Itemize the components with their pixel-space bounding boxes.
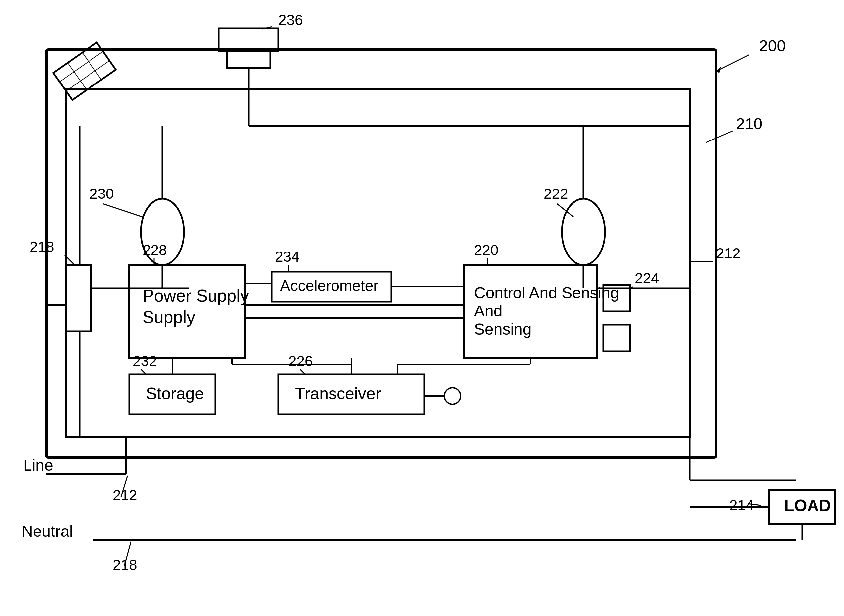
line-label: Line: [23, 456, 53, 474]
ref-214: 214: [729, 497, 753, 513]
ref-228-label: 228: [142, 242, 167, 258]
svg-rect-0: [0, 0, 844, 616]
ref-226-label: 226: [288, 353, 313, 369]
transceiver-text: Transceiver: [295, 384, 381, 403]
ref-222-label: 222: [544, 186, 568, 202]
ref-234-label: 234: [275, 248, 299, 265]
control-sensing-line2: And: [474, 302, 502, 320]
accelerometer-text: Accelerometer: [280, 277, 379, 294]
storage-text: Storage: [146, 384, 204, 403]
control-sensing-line1: Control And Sensing: [474, 284, 619, 302]
ref-230-label: 230: [90, 186, 114, 202]
ref-220-label: 220: [474, 242, 498, 258]
ref-210: 210: [736, 115, 762, 132]
power-supply-line2: Supply: [142, 308, 195, 327]
ref-232-label: 232: [133, 353, 157, 369]
neutral-label: Neutral: [22, 522, 73, 540]
load-text: LOAD: [784, 496, 831, 515]
ref-218-label: 218: [30, 239, 54, 255]
ref-224-label: 224: [635, 270, 659, 286]
ref-212-line: 212: [113, 487, 137, 503]
ref-212-right: 212: [716, 245, 740, 261]
control-sensing-line3: Sensing: [474, 320, 531, 338]
power-supply-line1: Power Supply: [142, 286, 249, 305]
ref-236-label: 236: [279, 12, 303, 28]
ref-200: 200: [759, 37, 786, 55]
